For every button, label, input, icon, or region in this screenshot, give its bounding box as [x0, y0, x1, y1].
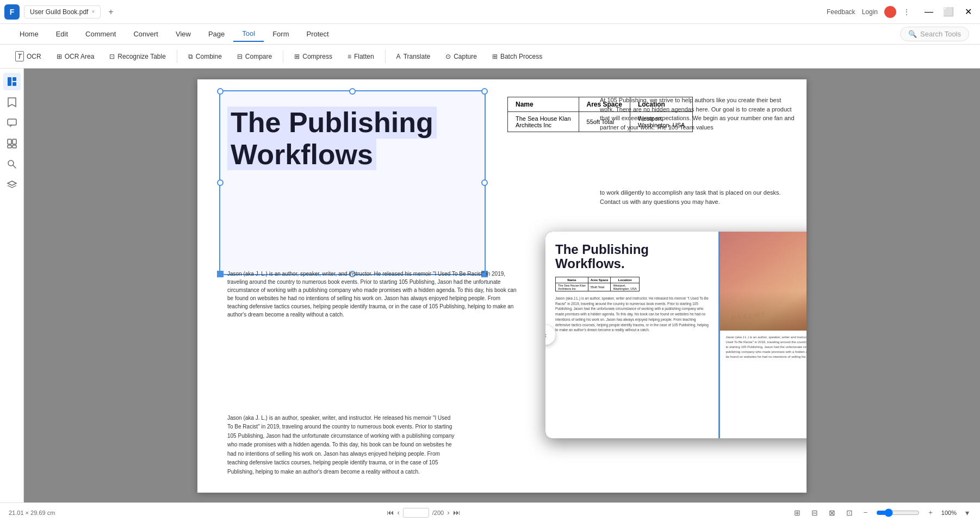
- divider-3: [385, 50, 386, 63]
- sidebar-thumbnail-button[interactable]: [3, 135, 21, 152]
- translate-button[interactable]: A Translate: [390, 49, 437, 64]
- search-tools-icon: 🔍: [908, 30, 917, 38]
- capture-button[interactable]: ⊙ Capture: [439, 49, 483, 64]
- menu-tool[interactable]: Tool: [233, 26, 264, 42]
- compare-label: Compare: [245, 53, 272, 60]
- grid-button[interactable]: ⊡: [844, 507, 855, 518]
- combine-button[interactable]: ⧉ Combine: [182, 49, 228, 64]
- sidebar-layers-button[interactable]: [3, 176, 21, 194]
- preview-right-panel: PSALMS Jason (aka J.L.) is an author, sp…: [720, 232, 807, 438]
- compare-button[interactable]: ⊟ Compare: [231, 49, 278, 64]
- title-line2: Workflows: [227, 139, 376, 171]
- flatten-button[interactable]: ≡ Flatten: [341, 49, 381, 64]
- pdf-body-right: At 105 Publishing, we strive to help aut…: [600, 96, 796, 132]
- zoom-slider[interactable]: [876, 508, 920, 517]
- svg-rect-1: [13, 77, 16, 81]
- preview-title: The PublishingWorkflows.: [555, 243, 709, 271]
- menu-view[interactable]: View: [167, 27, 200, 41]
- login-button[interactable]: Login: [862, 8, 878, 16]
- titlebar-right: Feedback Login ⋮ — ⬜ ✕: [827, 6, 976, 18]
- zoom-dropdown-button[interactable]: ▾: [963, 507, 971, 518]
- svg-rect-7: [13, 145, 16, 148]
- sidebar-comment-button[interactable]: [3, 114, 21, 132]
- current-page-input[interactable]: 112: [403, 508, 429, 518]
- pdf-title: The Publishing Workflows: [227, 107, 483, 170]
- sidebar-search-button[interactable]: [3, 156, 21, 173]
- divider-1: [177, 50, 177, 63]
- compare-icon: ⊟: [237, 53, 243, 60]
- prev-page-button[interactable]: ‹: [397, 508, 399, 517]
- handle-tr[interactable]: [481, 88, 488, 95]
- ocr-button[interactable]: T OCR: [9, 48, 48, 65]
- combine-icon: ⧉: [188, 53, 193, 60]
- last-page-button[interactable]: ⏭: [453, 508, 460, 517]
- handle-mr[interactable]: [481, 179, 488, 186]
- svg-rect-3: [8, 119, 16, 125]
- divider-2: [283, 50, 283, 63]
- sidebar-panels-button[interactable]: [3, 73, 21, 90]
- compress-button[interactable]: ⊞ Compress: [288, 49, 339, 64]
- zoom-out-button[interactable]: −: [861, 508, 870, 517]
- new-tab-button[interactable]: +: [105, 7, 116, 17]
- table-cell-name: The Sea House KlanArchitects Inc: [508, 112, 579, 132]
- batch-process-icon: ⊞: [492, 53, 498, 60]
- zoom-in-button[interactable]: +: [926, 508, 935, 517]
- maximize-button[interactable]: ⬜: [941, 8, 956, 16]
- left-sidebar: [0, 69, 24, 502]
- ocr-area-button[interactable]: ⊞ OCR Area: [50, 49, 101, 64]
- batch-process-button[interactable]: ⊞ Batch Process: [486, 49, 549, 64]
- menu-convert[interactable]: Convert: [125, 27, 167, 41]
- active-tab[interactable]: User Guild Book.pdf ×: [24, 5, 101, 18]
- ocr-label: OCR: [27, 53, 41, 60]
- toolbar: T OCR ⊞ OCR Area ⊡ Recognize Table ⧉ Com…: [0, 45, 980, 69]
- next-page-button[interactable]: ›: [447, 508, 449, 517]
- tab-close-button[interactable]: ×: [91, 9, 95, 15]
- preview-overlay: The PublishingWorkflows. Name Ares Space…: [545, 232, 807, 438]
- svg-rect-4: [8, 139, 11, 144]
- close-button[interactable]: ✕: [960, 8, 976, 16]
- titlebar: F User Guild Book.pdf × + Feedback Login…: [0, 0, 980, 24]
- preview-right-body-text: Jason (aka J.L.) is an author, speaker, …: [720, 331, 807, 438]
- menu-page[interactable]: Page: [200, 27, 233, 41]
- menu-protect[interactable]: Protect: [298, 27, 338, 41]
- minimize-button[interactable]: —: [921, 8, 936, 16]
- handle-tl[interactable]: [217, 88, 224, 95]
- pdf-page: The Publishing Workflows Jason (aka J. L…: [197, 79, 807, 493]
- capture-label: Capture: [454, 53, 477, 60]
- svg-line-9: [13, 165, 16, 168]
- content-area[interactable]: The Publishing Workflows Jason (aka J. L…: [24, 69, 980, 502]
- svg-rect-6: [8, 145, 11, 148]
- menu-form[interactable]: Form: [264, 27, 297, 41]
- menubar: Home Edit Comment Convert View Page Tool…: [0, 24, 980, 45]
- pdf-canvas[interactable]: The Publishing Workflows Jason (aka J. L…: [24, 69, 980, 502]
- pdf-paragraph-top: Jason (aka J. L.) is an author, speaker,…: [227, 270, 521, 319]
- fit-width-button[interactable]: ⊟: [809, 507, 820, 518]
- menu-edit[interactable]: Edit: [47, 27, 77, 41]
- search-tools-label: Search Tools: [920, 30, 961, 38]
- more-options-button[interactable]: ⋮: [903, 8, 910, 16]
- svg-rect-0: [8, 77, 11, 86]
- menu-comment[interactable]: Comment: [77, 27, 125, 41]
- recognize-table-button[interactable]: ⊡ Recognize Table: [103, 49, 172, 64]
- handle-bl[interactable]: [217, 271, 224, 277]
- search-tools-button[interactable]: 🔍 Search Tools: [900, 27, 969, 41]
- main-layout: The Publishing Workflows Jason (aka J. L…: [0, 69, 980, 502]
- handle-tm[interactable]: [349, 88, 356, 95]
- table-header-name: Name: [508, 97, 579, 112]
- capture-icon: ⊙: [445, 53, 451, 60]
- feedback-button[interactable]: Feedback: [827, 8, 855, 16]
- fit-page-button[interactable]: ⊞: [792, 507, 803, 518]
- page-dimensions: 21.01 × 29.69 cm: [9, 509, 55, 516]
- sidebar-bookmark-button[interactable]: [3, 94, 21, 111]
- recognize-table-icon: ⊡: [109, 53, 115, 60]
- menu-home[interactable]: Home: [11, 27, 47, 41]
- svg-rect-5: [13, 139, 16, 144]
- actual-size-button[interactable]: ⊠: [827, 507, 838, 518]
- compress-icon: ⊞: [294, 53, 300, 60]
- first-page-button[interactable]: ⏮: [387, 508, 394, 517]
- profile-avatar[interactable]: [884, 6, 896, 18]
- combine-label: Combine: [196, 53, 222, 60]
- preview-table: Name Ares Space Location The Sea House K…: [555, 277, 640, 291]
- handle-ml[interactable]: [217, 179, 224, 186]
- svg-rect-2: [13, 82, 16, 86]
